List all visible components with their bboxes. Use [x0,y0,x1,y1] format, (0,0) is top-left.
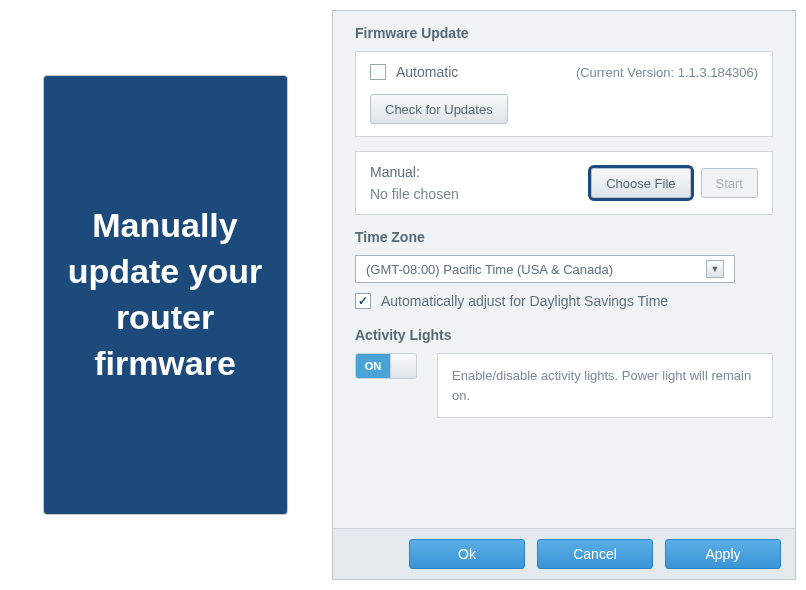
automatic-box: Automatic (Current Version: 1.1.3.184306… [355,51,773,137]
timezone-heading: Time Zone [355,229,773,245]
cancel-button[interactable]: Cancel [537,539,653,569]
panel-body: Firmware Update Automatic (Current Versi… [333,11,795,528]
automatic-checkbox[interactable] [370,64,386,80]
manual-label: Manual: [370,164,459,180]
timezone-selected: (GMT-08:00) Pacific Time (USA & Canada) [366,262,706,277]
toggle-knob [390,354,416,378]
activity-hint: Enable/disable activity lights. Power li… [437,353,773,418]
ok-button[interactable]: Ok [409,539,525,569]
chevron-down-icon: ▼ [706,260,724,278]
timezone-select[interactable]: (GMT-08:00) Pacific Time (USA & Canada) … [355,255,735,283]
automatic-label: Automatic [396,64,458,80]
promo-panel: Manually update your router firmware [10,10,320,580]
dst-label: Automatically adjust for Daylight Saving… [381,293,668,309]
activity-heading: Activity Lights [355,327,773,343]
dst-checkbox[interactable] [355,293,371,309]
activity-lights-toggle[interactable]: ON [355,353,417,379]
choose-file-button[interactable]: Choose File [591,168,690,198]
no-file-chosen: No file chosen [370,186,459,202]
promo-card: Manually update your router firmware [43,75,288,515]
manual-box: Manual: No file chosen Choose File Start [355,151,773,215]
dialog-footer: Ok Cancel Apply [333,528,795,579]
firmware-heading: Firmware Update [355,25,773,41]
apply-button[interactable]: Apply [665,539,781,569]
settings-panel: Firmware Update Automatic (Current Versi… [332,10,796,580]
current-version: (Current Version: 1.1.3.184306) [576,65,758,80]
start-button: Start [701,168,758,198]
check-updates-button[interactable]: Check for Updates [370,94,508,124]
promo-text: Manually update your router firmware [64,203,267,387]
toggle-on-label: ON [356,354,390,378]
